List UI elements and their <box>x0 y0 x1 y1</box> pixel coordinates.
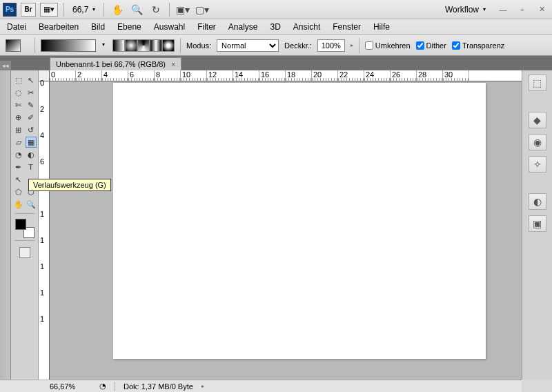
layers-panel-icon[interactable]: ▣ <box>529 215 546 232</box>
lasso-tool[interactable]: ◌ <box>13 87 24 98</box>
color-swatches[interactable] <box>15 219 34 238</box>
menu-analyse[interactable]: Analyse <box>228 22 258 32</box>
menu-ansicht[interactable]: Ansicht <box>293 22 320 32</box>
ruler-tick: 4 <box>40 131 44 139</box>
close-tab-icon[interactable]: × <box>171 60 175 68</box>
status-bar: 66,67% ◔ Dok: 1,37 MB/0 Byte ▸ <box>0 380 522 392</box>
ruler-tick: 30 <box>443 70 469 81</box>
zoom-tool[interactable]: 🔍 <box>26 199 37 210</box>
menu-bild[interactable]: Bild <box>91 22 105 32</box>
gradient-type-group <box>112 39 175 52</box>
gradient-reflected[interactable] <box>150 39 162 52</box>
path-select-tool[interactable]: ↖ <box>13 174 24 185</box>
ruler-tick: 1 <box>40 210 44 218</box>
rotate-view-icon[interactable]: ↻ <box>148 2 164 17</box>
right-panel-dock: ⬚ ◆ ◉ ✧ ◐ ▣ <box>522 70 552 380</box>
menu-datei[interactable]: Datei <box>7 22 26 32</box>
options-bar: Modus: Normal Deckkr.: ▸ Umkehren Dither… <box>0 35 552 56</box>
separator <box>103 3 104 17</box>
gradient-linear[interactable] <box>112 39 125 52</box>
gradient-picker[interactable] <box>41 39 96 52</box>
dither-checkbox[interactable]: Dither <box>416 41 446 50</box>
document-tab-strip: ◂◂ Unbenannt-1 bei 66,7% (RGB/8) × <box>0 56 552 70</box>
swatches-panel-icon[interactable]: ◉ <box>529 134 546 150</box>
workspace-switcher[interactable]: Workflow <box>440 5 491 14</box>
tool-preset-picker[interactable] <box>6 39 21 52</box>
ruler-tick: 2 <box>76 70 102 81</box>
menu-filter[interactable]: Filter <box>197 22 216 32</box>
ruler-tick: 22 <box>338 70 364 81</box>
document-tab[interactable]: Unbenannt-1 bei 66,7% (RGB/8) × <box>50 57 181 70</box>
restore-button[interactable]: ▫ <box>516 4 529 15</box>
blur-tool[interactable]: ◔ <box>13 149 24 160</box>
move-tool-arrow[interactable]: ↖ <box>26 75 37 86</box>
minimize-button[interactable]: — <box>497 4 509 15</box>
menu-auswahl[interactable]: Auswahl <box>154 22 185 32</box>
brush-tool[interactable]: ✐ <box>26 112 37 123</box>
menu-3d[interactable]: 3D <box>270 22 281 32</box>
transparency-checkbox[interactable]: Transparenz <box>452 41 504 50</box>
separator <box>63 3 64 17</box>
hand-tool[interactable]: ✋ <box>13 199 24 210</box>
reverse-checkbox[interactable]: Umkehren <box>365 41 411 50</box>
ruler-tick: 0 <box>50 70 76 81</box>
history-brush-tool[interactable]: ↺ <box>26 124 37 135</box>
zoom-tool-icon[interactable]: 🔍 <box>129 2 144 17</box>
status-flyout-icon[interactable]: ▸ <box>201 383 204 389</box>
arrange-docs-icon[interactable]: ▣▾ <box>175 2 190 17</box>
document-canvas[interactable] <box>113 83 486 359</box>
collapse-tools-icon[interactable]: ◂◂ <box>0 61 11 70</box>
quick-mask-toggle[interactable] <box>19 247 30 258</box>
opacity-input[interactable] <box>317 39 345 52</box>
document-tab-title: Unbenannt-1 bei 66,7% (RGB/8) <box>56 60 166 68</box>
screen-mode-button[interactable]: ▦▾ <box>40 3 58 17</box>
eyedropper-tool[interactable]: ✎ <box>26 99 37 110</box>
stamp-tool[interactable]: ⊞ <box>13 124 24 135</box>
document-info[interactable]: Dok: 1,37 MB/0 Byte <box>124 382 193 391</box>
zoom-dropdown[interactable]: 66,7 <box>70 5 98 14</box>
foreground-color[interactable] <box>15 219 26 230</box>
bridge-button[interactable]: Br <box>21 3 36 17</box>
close-button[interactable]: ✕ <box>535 4 548 15</box>
opacity-label: Deckkr.: <box>284 41 312 50</box>
gradient-tool[interactable]: ▦ <box>26 137 37 148</box>
menu-hilfe[interactable]: Hilfe <box>373 22 390 32</box>
pen-tool[interactable]: ✒ <box>13 161 24 173</box>
titlebar: Ps Br ▦▾ 66,7 ✋ 🔍 ↻ ▣▾ ▢▾ Workflow — ▫ ✕ <box>0 0 552 19</box>
eraser-tool[interactable]: ▱ <box>13 137 24 148</box>
3d-tool[interactable]: ⬠ <box>13 186 24 197</box>
ruler-tick: 18 <box>286 70 312 81</box>
move-tool[interactable]: ⬚ <box>13 75 24 86</box>
app-logo: Ps <box>3 3 17 17</box>
menu-bearbeiten[interactable]: Bearbeiten <box>39 22 79 32</box>
ruler-tick: 14 <box>233 70 259 81</box>
quick-select-tool[interactable]: ✂ <box>26 87 37 98</box>
dodge-tool[interactable]: ◐ <box>26 149 37 160</box>
main-area: ⬚↖ ◌✂ ✄✎ ⊕✐ ⊞↺ ▱▦ ◔◐ ✒T ↖▭ ⬠⬡ ✋🔍 0246810… <box>0 70 552 380</box>
styles-panel-icon[interactable]: ✧ <box>529 156 546 173</box>
ruler-tick: 24 <box>364 70 391 81</box>
screen-layout-icon[interactable]: ▢▾ <box>195 2 210 17</box>
opacity-flyout-icon[interactable]: ▸ <box>351 42 353 48</box>
gradient-angle[interactable] <box>137 39 150 52</box>
ruler-tick: 2 <box>40 105 44 113</box>
type-tool[interactable]: T <box>26 161 37 173</box>
menu-fenster[interactable]: Fenster <box>333 22 361 32</box>
pan-tool-icon[interactable]: ✋ <box>110 2 125 17</box>
crop-tool[interactable]: ✄ <box>13 99 24 110</box>
color-panel-icon[interactable]: ◆ <box>529 112 546 128</box>
adjustments-panel-icon[interactable]: ◐ <box>529 193 546 210</box>
canvas-viewport[interactable] <box>50 81 522 380</box>
left-dock-strip[interactable] <box>0 70 11 380</box>
separator <box>180 38 181 53</box>
status-info-icon[interactable]: ◔ <box>99 382 106 391</box>
healing-tool[interactable]: ⊕ <box>13 112 24 123</box>
gradient-radial[interactable] <box>125 39 137 52</box>
navigator-panel-icon[interactable]: ⬚ <box>529 75 546 91</box>
zoom-readout[interactable]: 66,67% <box>50 382 91 391</box>
gradient-diamond[interactable] <box>162 39 175 52</box>
menu-ebene[interactable]: Ebene <box>117 22 141 32</box>
horizontal-ruler: 024681012141618202224262830 <box>39 70 522 81</box>
mode-select[interactable]: Normal <box>217 39 279 52</box>
ruler-tick: 20 <box>312 70 338 81</box>
